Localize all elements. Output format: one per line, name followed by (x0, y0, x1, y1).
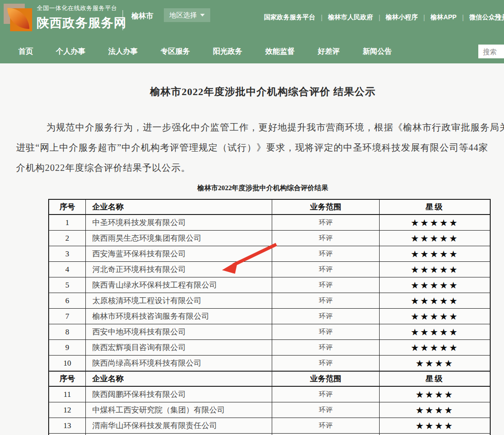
company-name: 太原核清环境工程设计有限公司 (86, 293, 272, 309)
table-header-row: 序号企业名称业务范围星级 (49, 371, 490, 386)
brand-block: 全国一体化在线政务服务平台 陕西政务服务网 (37, 4, 127, 31)
nav-item-3[interactable]: 专区服务 (161, 47, 190, 56)
col-header-scope: 业务范围 (272, 371, 380, 386)
row-number: 2 (49, 231, 86, 246)
table-row: 3西安海蓝环保科技有限公司环评★★★★★ (49, 246, 490, 262)
star-rating: ★★★★ (380, 386, 491, 402)
business-scope: 环评 (272, 293, 380, 309)
table-row: 1中圣环境科技发展有限公司环评★★★★★ (49, 215, 490, 231)
business-scope: 环评 (272, 246, 380, 262)
header-link-3[interactable]: 榆林APP (431, 13, 457, 22)
row-number: 1 (49, 215, 86, 231)
row-number: 12 (49, 402, 86, 418)
col-header-stars: 星级 (380, 371, 491, 386)
link-separator: | (423, 14, 425, 21)
company-name: 西安中地环境科技有限公司 (86, 324, 272, 340)
nav-item-4[interactable]: 阳光政务 (213, 47, 242, 56)
nav-item-5[interactable]: 效能监督 (265, 47, 295, 56)
header-link-1[interactable]: 榆林市人民政府 (328, 13, 373, 22)
company-name: 陕西宏辉项目咨询有限公司 (86, 340, 272, 356)
star-rating: ★★★★★ (380, 246, 491, 262)
col-header-company: 企业名称 (86, 371, 272, 386)
business-scope: 环评 (272, 324, 380, 340)
table-row: 4河北奇正环境科技有限公司环评★★★★★ (49, 262, 490, 277)
col-header-company: 企业名称 (86, 199, 272, 215)
company-name: 河北奇正环境科技有限公司 (86, 262, 272, 277)
star-rating: ★★★★★ (380, 277, 491, 293)
row-number: 3 (49, 246, 86, 262)
paragraph-line-2: 进驻“网上中介服务超市”中介机构考评管理规定（试行）》要求，现将评定的中圣环境科… (0, 137, 504, 158)
site-logo-icon (4, 2, 34, 33)
row-number: 5 (49, 277, 86, 293)
table-row: 11陕西阔鹏环保科技有限公司环评★★★★ (49, 386, 490, 402)
table-row: 13渭南华山环保科技发展有限责任公司环评★★★★ (49, 418, 490, 434)
business-scope: 环评 (272, 262, 380, 277)
evaluation-results-table: 序号企业名称业务范围星级1中圣环境科技发展有限公司环评★★★★★2陕西雨昊生态环… (48, 199, 491, 435)
nav-item-2[interactable]: 法人办事 (108, 47, 138, 56)
star-rating: ★★★★★ (380, 293, 491, 309)
header-link-2[interactable]: 榆林小程序 (386, 13, 418, 22)
article-content: 榆林市2022年度涉批中介机构综合评价 结果公示 为规范中介服务行为，进一步强化… (0, 63, 504, 192)
star-rating: ★★★★★ (380, 231, 491, 246)
table-row: 7榆林市环境科技咨询服务有限公司环评★★★★★ (49, 309, 490, 324)
region-select-label: 地区选择 (169, 11, 197, 20)
paragraph-line-1: 为规范中介服务行为，进一步强化中介监管工作，更好地提升我市营商环境，根据《榆林市… (0, 117, 504, 137)
link-separator: | (379, 14, 381, 21)
empty-cell (272, 434, 380, 435)
current-city-label: 榆林市 (131, 11, 153, 21)
star-rating: ★★★★★ (380, 309, 491, 324)
star-rating: ★★★★★ (380, 340, 491, 356)
row-number: 8 (49, 324, 86, 340)
nav-item-0[interactable]: 首页 (18, 47, 33, 56)
nav-item-6[interactable]: 好差评 (318, 47, 340, 56)
announcement-paragraph: 为规范中介服务行为，进一步强化中介监管工作，更好地提升我市营商环境，根据《榆林市… (0, 117, 504, 178)
company-name: 中圣环境科技发展有限公司 (86, 215, 272, 231)
row-number: 13 (49, 418, 86, 434)
business-scope: 环评 (272, 402, 380, 418)
col-header-scope: 业务范围 (272, 199, 380, 215)
business-scope: 环评 (272, 340, 380, 356)
nav-item-1[interactable]: 个人办事 (56, 47, 85, 56)
table-row: 8西安中地环境科技有限公司环评★★★★★ (49, 324, 490, 340)
table-row: 6太原核清环境工程设计有限公司环评★★★★★ (49, 293, 490, 309)
row-number: 7 (49, 309, 86, 324)
table-row: 10陕西尚绿高科环境科技有限公司环评★★★★ (49, 356, 490, 372)
star-rating: ★★★★ (380, 402, 491, 418)
row-number: 4 (49, 262, 86, 277)
company-name: 榆林市环境科技咨询服务有限公司 (86, 309, 272, 324)
star-rating: ★★★★ (380, 356, 491, 372)
business-scope: 环评 (272, 356, 380, 372)
col-header-no: 序号 (49, 199, 86, 215)
header-link-0[interactable]: 国家政务服务平台 (264, 13, 315, 22)
business-scope: 环评 (272, 309, 380, 324)
register-link[interactable]: 注册 (495, 13, 504, 22)
business-scope: 环评 (272, 231, 380, 246)
row-number: 10 (49, 356, 86, 372)
nav-item-7[interactable]: 新闻公告 (363, 47, 392, 56)
star-rating: ★★★★ (380, 418, 491, 434)
table-caption: 榆林市2022年度涉批中介机构综合评价结果 (0, 184, 504, 192)
page-title: 榆林市2022年度涉批中介机构综合评价 结果公示 (0, 85, 504, 99)
business-scope: 环评 (272, 386, 380, 402)
table-row-partial (49, 434, 490, 435)
company-name: 陕西阔鹏环保科技有限公司 (86, 386, 272, 402)
region-select-button[interactable]: 地区选择 (164, 8, 210, 22)
site-header: 全国一体化在线政务服务平台 陕西政务服务网 榆林市 地区选择 国家政务服务平台|… (0, 0, 504, 40)
search-input[interactable] (478, 45, 504, 58)
company-name: 渭南华山环保科技发展有限责任公司 (86, 418, 272, 434)
row-number: 9 (49, 340, 86, 356)
business-scope: 环评 (272, 418, 380, 434)
company-name: 西安海蓝环保科技有限公司 (86, 246, 272, 262)
site-title: 陕西政务服务网 (37, 15, 127, 31)
main-nav: 首页个人办事法人办事专区服务阳光政务效能监督好差评新闻公告 (0, 40, 504, 63)
platform-tagline: 全国一体化在线政务服务平台 (37, 4, 127, 12)
table-header-row: 序号企业名称业务范围星级 (49, 199, 490, 215)
table-row: 2陕西雨昊生态环境集团有限公司环评★★★★★ (49, 231, 490, 246)
company-name: 陕西尚绿高科环境科技有限公司 (86, 356, 272, 372)
header-links: 国家政务服务平台|榆林市人民政府|榆林小程序|榆林APP|微信公众号 (264, 13, 501, 22)
empty-cell (86, 434, 272, 435)
company-name: 中煤科工西安研究院（集团）有限公司 (86, 402, 272, 418)
chevron-down-icon (200, 14, 205, 17)
row-number: 6 (49, 293, 86, 309)
table-row: 5陕西青山绿水环保科技工程有限公司环评★★★★★ (49, 277, 490, 293)
